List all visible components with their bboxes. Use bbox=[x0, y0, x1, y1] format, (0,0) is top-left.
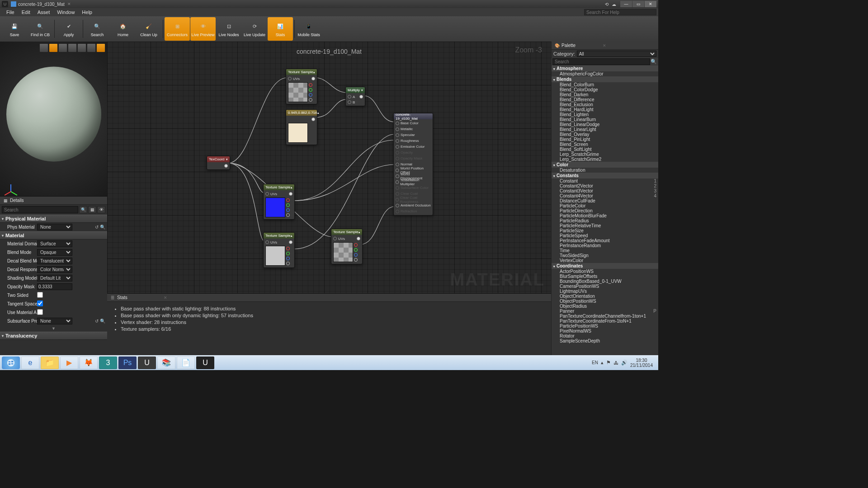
toolbar-connectors[interactable]: ⊞Connectors bbox=[165, 17, 190, 41]
palette-item[interactable]: PannerP bbox=[552, 309, 658, 314]
node-multiply[interactable]: Multiply▾ A B bbox=[345, 87, 365, 106]
vp-shape-cylinder[interactable] bbox=[39, 43, 48, 52]
pin-in[interactable] bbox=[396, 180, 399, 184]
window-close-button[interactable]: ✕ bbox=[645, 1, 656, 7]
vp-shape-sphere[interactable] bbox=[49, 43, 58, 52]
taskbar-ue4-launcher[interactable]: U bbox=[138, 357, 156, 369]
material-graph[interactable]: concrete-19_d100_Mat Zoom -3 MATERIAL Te… bbox=[107, 42, 551, 293]
taskbar-ie[interactable]: e bbox=[21, 357, 39, 369]
palette-item[interactable]: Constant2Vector2 bbox=[552, 183, 658, 188]
palette-item[interactable]: BoundingBoxBased_0-1_UVW bbox=[552, 279, 658, 284]
reset-icon[interactable]: ↺ bbox=[95, 225, 99, 230]
category-material[interactable]: Material bbox=[0, 231, 107, 239]
toolbar-find-in-cb[interactable]: 🔍Find in CB bbox=[28, 17, 53, 41]
browse-icon[interactable]: 🔍 bbox=[100, 319, 105, 324]
palette-item[interactable]: PerInstanceRandom bbox=[552, 243, 658, 248]
palette-item[interactable]: Blend_ColorBurn bbox=[552, 82, 658, 87]
reset-icon[interactable]: ↺ bbox=[95, 319, 99, 324]
toolbar-stats[interactable]: 📊Stats bbox=[268, 17, 293, 41]
palette-item[interactable]: Lerp_ScratchGrime2 bbox=[552, 157, 658, 162]
expand-arrow-icon[interactable]: ▼ bbox=[0, 325, 107, 332]
toolbar-live-preview[interactable]: 👁Live Preview bbox=[190, 17, 216, 41]
menu-file[interactable]: File bbox=[3, 9, 18, 16]
vp-shape-plane[interactable] bbox=[58, 43, 67, 52]
node-texture-sample-3[interactable]: Texture Sample▴ UVs bbox=[263, 232, 295, 268]
taskbar-photoshop[interactable]: Ps bbox=[118, 357, 137, 369]
palette-list[interactable]: AtmosphereAtmosphericFogColorBlendsBlend… bbox=[552, 66, 658, 355]
tray-volume-icon[interactable]: 🔊 bbox=[621, 360, 627, 366]
palette-item[interactable]: ObjectOrientation bbox=[552, 294, 658, 299]
palette-item[interactable]: LightmapUVs bbox=[552, 289, 658, 294]
notification-icon[interactable]: ☁ bbox=[611, 1, 617, 7]
category-translucency[interactable]: Translucency bbox=[0, 332, 107, 340]
toolbar-apply[interactable]: ✔Apply bbox=[56, 17, 81, 41]
checkbox[interactable] bbox=[37, 292, 43, 298]
pin-in[interactable] bbox=[396, 133, 399, 137]
pin-in[interactable] bbox=[396, 204, 399, 207]
palette-group-coordinates[interactable]: Coordinates bbox=[552, 263, 658, 269]
palette-tab[interactable]: 🎨 Palette ✕ bbox=[552, 42, 658, 50]
details-tab[interactable]: ▦ Details bbox=[0, 197, 107, 205]
toolbar-home[interactable]: 🏠Home bbox=[110, 17, 136, 41]
palette-category-dropdown[interactable]: All bbox=[577, 51, 656, 57]
node-material-output[interactable]: concrete-19_d100_Mat Base ColorMetallicS… bbox=[393, 113, 433, 216]
palette-item[interactable]: Lerp_ScratchGrime bbox=[552, 152, 658, 157]
pin-in[interactable] bbox=[396, 157, 399, 160]
dropdown[interactable]: None bbox=[37, 318, 72, 324]
palette-item[interactable]: AtmosphericFogColor bbox=[552, 71, 658, 76]
taskbar-clock[interactable]: 18:30 21/11/2014 bbox=[630, 358, 653, 368]
category-physical-material[interactable]: Physical Material bbox=[0, 215, 107, 223]
pin-in[interactable] bbox=[396, 186, 399, 190]
palette-group-blends[interactable]: Blends bbox=[552, 76, 658, 82]
palette-item[interactable]: Blend_LinearBurn bbox=[552, 117, 658, 122]
search-help-input[interactable] bbox=[584, 9, 656, 15]
pin-in[interactable] bbox=[396, 163, 399, 166]
palette-item[interactable]: ObjectPositionWS bbox=[552, 299, 658, 304]
tray-network-icon[interactable]: 🖧 bbox=[613, 360, 618, 366]
palette-group-constants[interactable]: Constants bbox=[552, 173, 658, 178]
search-icon[interactable]: 🔍 bbox=[650, 58, 657, 65]
palette-item[interactable]: Desaturation bbox=[552, 168, 658, 173]
taskbar-winrar[interactable]: 📚 bbox=[157, 357, 175, 369]
start-button[interactable] bbox=[2, 357, 20, 369]
taskbar-3dsmax[interactable]: 3 bbox=[99, 357, 117, 369]
toolbar-clean-up[interactable]: 🧹Clean Up bbox=[136, 17, 161, 41]
palette-item[interactable]: ParticleRadius bbox=[552, 218, 658, 223]
pin-in[interactable] bbox=[396, 174, 399, 178]
checkbox[interactable] bbox=[37, 300, 43, 306]
vp-shape-cube[interactable] bbox=[68, 43, 77, 52]
tray-flag-icon[interactable]: ⚑ bbox=[606, 360, 611, 366]
tray-up-icon[interactable]: ▴ bbox=[601, 360, 604, 366]
palette-item[interactable]: ParticleDirection bbox=[552, 208, 658, 213]
palette-item[interactable]: Blend_Screen bbox=[552, 142, 658, 147]
toolbar-live-nodes[interactable]: ⊡Live Nodes bbox=[216, 17, 241, 41]
tray-language[interactable]: EN bbox=[592, 360, 598, 365]
toolbar-live-update[interactable]: ⟳Live Update bbox=[242, 17, 267, 41]
palette-item[interactable]: Blend_LinearLight bbox=[552, 127, 658, 132]
node-texture-sample-1[interactable]: Texture Sample▴ UVs bbox=[286, 69, 317, 104]
menu-window[interactable]: Window bbox=[53, 9, 78, 16]
stats-tab[interactable]: ☰ Stats ✕ bbox=[107, 294, 551, 302]
checkbox[interactable] bbox=[37, 309, 43, 315]
palette-item[interactable]: Constant3Vector3 bbox=[552, 188, 658, 193]
pin-in[interactable] bbox=[396, 210, 399, 213]
palette-item[interactable]: DistanceCullFade bbox=[552, 198, 658, 203]
palette-item[interactable]: PanTextureCoordinateFrom-1toN+1 bbox=[552, 319, 658, 324]
palette-item[interactable]: ParticleMotionBlurFade bbox=[552, 213, 658, 218]
palette-item[interactable]: ParticleColor bbox=[552, 203, 658, 208]
palette-item[interactable]: TwoSidedSign bbox=[552, 253, 658, 258]
dropdown[interactable]: Default Lit bbox=[37, 275, 72, 282]
menu-help[interactable]: Help bbox=[78, 9, 96, 16]
palette-item[interactable]: Blend_Difference bbox=[552, 97, 658, 102]
palette-item[interactable]: Blend_LinearDodge bbox=[552, 122, 658, 127]
system-tray[interactable]: EN ▴ ⚑ 🖧 🔊 18:30 21/11/2014 bbox=[592, 358, 656, 368]
taskbar-explorer[interactable]: 📁 bbox=[41, 357, 59, 369]
pin-in[interactable] bbox=[396, 122, 399, 125]
document-tab-title[interactable]: concrete-19_d100_Mat bbox=[18, 2, 65, 7]
palette-item[interactable]: Blend_Darken bbox=[552, 92, 658, 97]
toolbar-search[interactable]: 🔍Search bbox=[85, 17, 110, 41]
details-search-icon[interactable]: 🔍 bbox=[79, 206, 87, 213]
palette-item[interactable]: Constant1 bbox=[552, 178, 658, 183]
pin-in[interactable] bbox=[396, 145, 399, 149]
palette-item[interactable]: Blend_SoftLight bbox=[552, 147, 658, 152]
